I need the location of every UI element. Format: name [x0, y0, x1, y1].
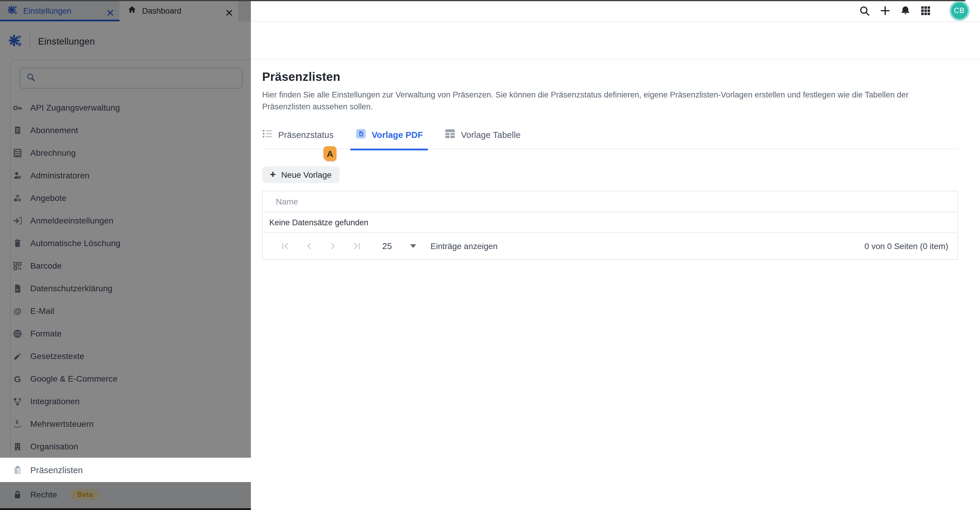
column-name: Name	[276, 197, 298, 206]
svg-text:$: $	[16, 419, 18, 424]
new-template-button[interactable]: + Neue Vorlage	[262, 167, 339, 183]
content-tabs: Präsenzstatus Vorlage PDF Vorlage Tabell…	[262, 129, 958, 149]
key-icon	[13, 103, 22, 113]
receipt-icon	[13, 125, 22, 135]
tab-vorlage-tabelle[interactable]: Vorlage Tabelle	[445, 129, 521, 141]
pdf-file-icon	[355, 129, 366, 141]
close-tab-icon[interactable]	[226, 8, 232, 14]
sidebar-item-barcode[interactable]: Barcode	[11, 254, 251, 277]
beta-badge: Beta	[71, 489, 99, 500]
tab-praesenzstatus[interactable]: Präsenzstatus	[262, 129, 334, 141]
templates-table: Name Keine Datensätze gefunden	[262, 191, 958, 260]
pagination-controls	[280, 241, 361, 251]
table-footer: 25 Einträge anzeigen 0 von 0 Seiten (0 i…	[263, 233, 957, 259]
prev-page-icon[interactable]	[304, 241, 314, 251]
tab-label: Dashboard	[142, 6, 221, 15]
content: Präsenzlisten Hier finden Sie alle Einst…	[251, 21, 980, 510]
plus-icon[interactable]	[875, 2, 895, 20]
sidebar-item-formate[interactable]: Formate	[11, 322, 251, 345]
abacus-icon	[13, 148, 22, 158]
sidebar-header: Einstellungen	[0, 21, 251, 52]
close-tab-icon[interactable]	[107, 8, 113, 14]
tab-vorlage-pdf[interactable]: Vorlage PDF	[355, 129, 423, 141]
at-icon: @	[13, 306, 22, 316]
lock-icon	[13, 489, 22, 500]
login-icon	[13, 216, 22, 226]
screen-top-edge	[0, 0, 966, 1]
plus-icon: +	[270, 169, 276, 180]
sidebar-search[interactable]	[20, 68, 243, 89]
search-icon	[26, 72, 36, 84]
gears-icon	[9, 33, 22, 50]
table-icon	[445, 129, 456, 141]
building-icon	[13, 441, 22, 451]
page-description: Hier finden Sie alle Einstellungen zur V…	[262, 89, 958, 112]
window-tab-bar: Einstellungen Dashboard	[0, 0, 251, 21]
sidebar-item-abrechnung[interactable]: Abrechnung	[11, 141, 251, 164]
sidebar-item-administratoren[interactable]: Administratoren	[11, 164, 251, 187]
page-panel: Präsenzlisten Hier finden Sie alle Einst…	[251, 59, 980, 260]
signature-icon	[13, 351, 22, 361]
home-icon	[127, 5, 137, 17]
tab-label: Präsenzstatus	[278, 130, 334, 140]
qr-code-icon	[13, 261, 22, 271]
tab-label: Vorlage PDF	[372, 130, 423, 140]
topbar: CB	[251, 0, 980, 22]
search-icon[interactable]	[854, 2, 875, 20]
sidebar-item-integrationen[interactable]: Integrationen	[11, 390, 251, 413]
divider	[30, 34, 30, 49]
sidebar-item-rechte[interactable]: Rechte Beta	[13, 482, 251, 507]
page-size-label: Einträge anzeigen	[430, 241, 498, 251]
list-icon	[262, 129, 273, 140]
trash-icon	[13, 238, 22, 248]
page-title: Präsenzlisten	[262, 70, 958, 84]
sidebar-panel: API Zugangsverwaltung Abonnement Abrechn…	[10, 59, 251, 510]
privacy-document-icon	[13, 283, 22, 293]
screen-bottom-edge	[0, 508, 251, 510]
bell-icon[interactable]	[895, 2, 915, 20]
tab-label: Einstellungen	[23, 6, 102, 15]
sidebar-title: Einstellungen	[38, 36, 95, 47]
page-size-select[interactable]: 25	[382, 241, 416, 251]
globe-icon	[13, 329, 22, 338]
table-header: Name	[263, 191, 957, 212]
tab-dashboard[interactable]: Dashboard	[119, 0, 239, 21]
sidebar-item-gesetzestexte[interactable]: Gesetzestexte	[11, 345, 251, 367]
avatar[interactable]: CB	[951, 2, 967, 19]
gears-icon	[8, 5, 18, 17]
last-page-icon[interactable]	[352, 241, 361, 251]
clipboard-icon	[13, 465, 22, 475]
sidebar-item-google-ecommerce[interactable]: G Google & E-Commerce	[11, 367, 251, 390]
sidebar-bottom-strip: Rechte Beta	[0, 482, 251, 510]
google-icon: G	[13, 373, 22, 384]
sidebar-item-datenschutzerklaerung[interactable]: Datenschutzerklärung	[11, 277, 251, 300]
sidebar-item-praesenzlisten[interactable]: Präsenzlisten	[0, 458, 251, 482]
pagination-summary: 0 von 0 Seiten (0 item)	[864, 241, 948, 251]
sidebar-menu: API Zugangsverwaltung Abonnement Abrechn…	[11, 96, 251, 510]
sidebar-item-organisation[interactable]: Organisation	[11, 435, 251, 458]
sidebar-item-mehrwertsteuern[interactable]: $ Mehrwertsteuern	[11, 413, 251, 435]
integrations-icon	[13, 396, 22, 406]
sidebar-item-angebote[interactable]: Angebote	[11, 187, 251, 209]
sidebar-item-abonnement[interactable]: Abonnement	[11, 119, 251, 141]
tab-label: Vorlage Tabelle	[461, 130, 521, 140]
chevron-down-icon	[410, 244, 416, 248]
left-column: Einstellungen Dashboard	[0, 0, 251, 510]
apps-grid-icon[interactable]	[915, 2, 935, 20]
settings-sidebar: Einstellungen API Zugangsverwaltung A	[0, 21, 251, 510]
empty-text: Keine Datensätze gefunden	[269, 218, 368, 227]
app-window: Einstellungen Dashboard	[0, 0, 980, 510]
sidebar-item-anmeldeeinstellungen[interactable]: Anmeldeeinstellungen	[11, 209, 251, 232]
annotation-marker-a: A	[323, 146, 336, 161]
tab-einstellungen[interactable]: Einstellungen	[0, 0, 119, 21]
sidebar-item-automatische-loeschung[interactable]: Automatische Löschung	[11, 232, 251, 254]
sidebar-item-email[interactable]: @ E-Mail	[11, 300, 251, 322]
vat-icon: $	[13, 419, 22, 429]
first-page-icon[interactable]	[280, 241, 290, 251]
table-empty-row: Keine Datensätze gefunden	[263, 212, 957, 233]
main-area: CB Präsenzlisten Hier finden Sie alle Ei…	[251, 0, 980, 510]
sidebar-item-api-zugangsverwaltung[interactable]: API Zugangsverwaltung	[11, 96, 251, 119]
admin-shield-icon	[13, 170, 22, 180]
next-page-icon[interactable]	[328, 241, 338, 251]
cubes-icon	[13, 193, 22, 203]
